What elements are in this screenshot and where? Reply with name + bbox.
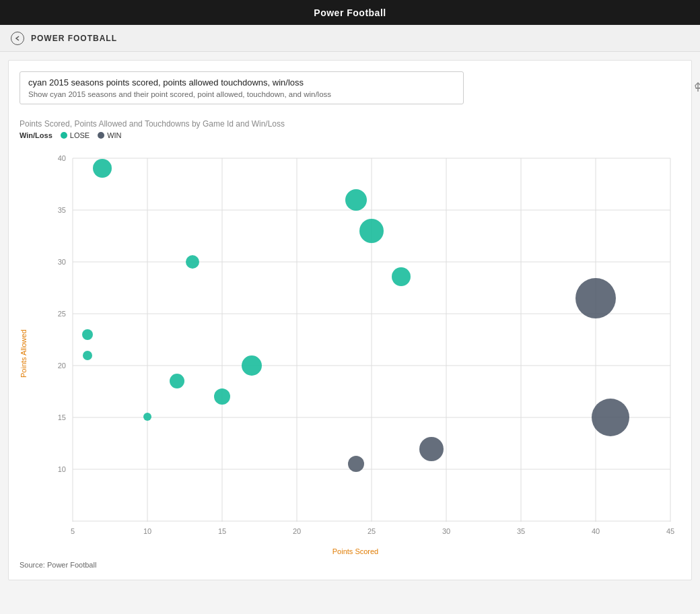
app-title: Power Football [314,7,386,18]
query-main-text: cyan 2015 seasons points scored, points … [28,77,455,88]
top-bar: Power Football [0,0,700,25]
bubble-lose-9 [345,189,367,211]
svg-text:40: 40 [58,154,66,162]
svg-text:35: 35 [58,206,66,214]
svg-text:30: 30 [58,258,66,266]
bubble-lose-7 [214,388,230,405]
bubble-lose-2 [82,329,93,340]
bubble-lose-4 [143,413,151,421]
source-text: Source: Power Football [20,561,680,569]
svg-text:35: 35 [517,527,525,535]
chart-wrapper: Points Allowed [20,145,680,555]
query-box[interactable]: cyan 2015 seasons points scored, points … [20,71,464,104]
svg-text:25: 25 [368,527,376,535]
svg-text:5: 5 [71,527,75,535]
svg-text:20: 20 [293,527,301,535]
bubble-win-2 [419,437,444,461]
query-sub-text: Show cyan 2015 seasons and their point s… [28,90,455,98]
x-axis-label: Points Scored [30,547,680,555]
bubble-win-1 [348,456,364,472]
lose-dot [61,132,67,139]
svg-text:25: 25 [58,310,66,318]
bubble-lose-8 [242,355,262,376]
bubble-lose-10 [359,219,384,243]
svg-text:15: 15 [58,413,66,421]
bubble-win-4 [592,399,629,436]
win-label: WIN [107,131,121,139]
svg-text:10: 10 [143,527,151,535]
lose-label: LOSE [70,131,90,139]
svg-text:45: 45 [666,527,674,535]
query-area: cyan 2015 seasons points scored, points … [20,71,680,106]
svg-text:30: 30 [442,527,450,535]
bubble-lose-6 [186,255,199,269]
back-button[interactable] [11,32,24,45]
y-axis-label: Points Allowed [20,158,28,549]
bubble-lose-5 [170,374,184,388]
svg-text:10: 10 [58,465,66,473]
secondary-nav: POWER FOOTBALL [0,25,700,52]
chart-container: Points Scored, Points Allowed and Touchd… [20,119,680,569]
legend-label: Win/Loss [20,131,53,139]
svg-text:15: 15 [218,527,226,535]
legend-win: WIN [98,131,121,139]
svg-text:20: 20 [58,362,66,370]
back-icon [14,35,21,42]
legend-lose: LOSE [61,131,90,139]
pin-icon[interactable] [693,82,700,96]
chart-title: Points Scored, Points Allowed and Touchd… [20,119,680,129]
bubble-lose-11 [392,267,411,286]
win-dot [98,132,104,139]
chart-plot-area: 40 35 30 25 20 15 10 5 10 15 20 25 30 35… [30,145,680,555]
nav-title: POWER FOOTBALL [31,34,117,43]
chart-svg: 40 35 30 25 20 15 10 5 10 15 20 25 30 35… [30,145,680,542]
bubble-win-3 [575,278,616,318]
bubble-lose-1 [93,159,112,178]
svg-text:40: 40 [592,527,600,535]
main-content: cyan 2015 seasons points scored, points … [8,60,692,580]
chart-legend: Win/Loss LOSE WIN [20,131,680,139]
bubble-lose-3 [83,351,92,360]
query-icons [693,82,700,96]
